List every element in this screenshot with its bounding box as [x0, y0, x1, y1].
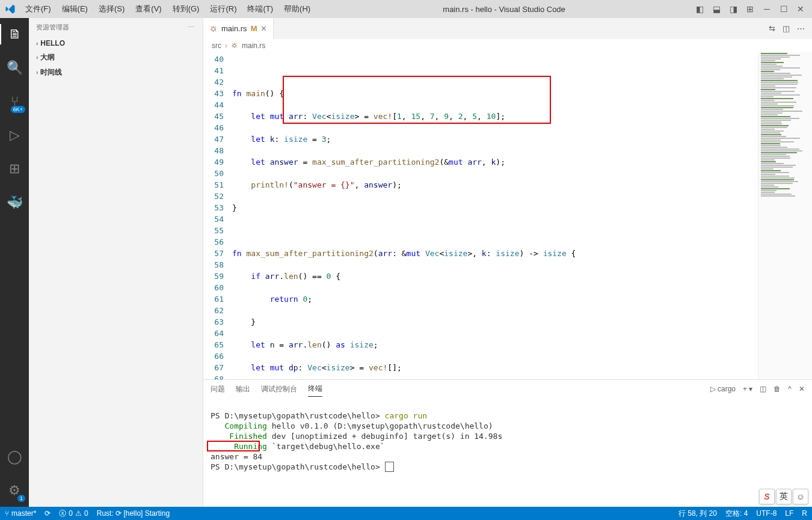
terminal-content[interactable]: PS D:\mysetup\gopath\rustcode\hello> car… [203, 398, 812, 507]
panel-tab-terminal[interactable]: 终端 [308, 381, 322, 397]
tab-modified: M [251, 24, 257, 33]
menubar: 文件(F) 编辑(E) 选择(S) 查看(V) 转到(G) 运行(R) 终端(T… [20, 1, 315, 17]
sidebar-section-outline[interactable]: ›大纲 [29, 50, 203, 65]
tab-label: main.rs [221, 24, 247, 33]
menu-run[interactable]: 运行(R) [205, 1, 241, 17]
chevron-right-icon: › [225, 41, 227, 50]
status-rust[interactable]: Rust: ⟳ [hello] Starting [97, 509, 170, 518]
bottom-panel: 问题 输出 调试控制台 终端 ▷ cargo + ▾ ◫ 🗑 ^ ✕ PS D:… [203, 379, 812, 507]
split-editor-icon[interactable]: ◫ [783, 24, 790, 33]
rust-file-icon: ⛭ [209, 24, 218, 34]
chevron-right-icon: › [36, 54, 38, 61]
panel-close-icon[interactable]: ✕ [799, 385, 805, 393]
window-minimize[interactable]: ─ [760, 4, 774, 14]
panel-maximize-icon[interactable]: ^ [788, 385, 792, 393]
sidebar-section-timeline[interactable]: ›时间线 [29, 65, 203, 80]
vscode-logo-icon [5, 4, 16, 14]
breadcrumb-file[interactable]: main.rs [242, 41, 265, 50]
editor-tabs: ⛭ main.rs M ✕ ⇆ ◫ ⋯ [203, 18, 812, 39]
panel-tab-problems[interactable]: 问题 [211, 382, 225, 397]
search-icon[interactable]: 🔍 [0, 58, 29, 78]
gear-icon[interactable]: ⚙1 [0, 480, 29, 501]
breadcrumb-src[interactable]: src [212, 41, 221, 50]
code-content[interactable]: fn main() { let mut arr: Vec<isize> = ve… [232, 52, 758, 379]
status-lang[interactable]: R [802, 509, 807, 518]
menu-terminal[interactable]: 终端(T) [242, 1, 278, 17]
terminal-kill-icon[interactable]: 🗑 [774, 385, 781, 393]
menu-help[interactable]: 帮助(H) [279, 1, 315, 17]
status-spaces[interactable]: 空格: 4 [725, 509, 748, 519]
window-maximize[interactable]: ☐ [777, 4, 790, 14]
account-icon[interactable]: ◯ [0, 447, 29, 467]
extensions-icon[interactable]: ⊞ [0, 159, 29, 179]
menu-select[interactable]: 选择(S) [94, 1, 129, 17]
line-gutter: 4041424344454647484950515253545556575859… [203, 52, 232, 379]
layout-right-icon[interactable]: ◨ [727, 4, 740, 14]
titlebar: 文件(F) 编辑(E) 选择(S) 查看(V) 转到(G) 运行(R) 终端(T… [0, 0, 812, 18]
panel-tab-output[interactable]: 输出 [236, 382, 250, 397]
chevron-right-icon: › [36, 69, 38, 76]
ime-indicator[interactable]: S 英 ☺ [759, 489, 808, 504]
layout-left-icon[interactable]: ◧ [693, 4, 706, 14]
source-control-icon[interactable]: ⑂6K+ [0, 91, 29, 112]
gear-badge: 1 [17, 495, 25, 502]
ime-emoji[interactable]: ☺ [793, 489, 808, 504]
explorer-icon[interactable]: 🗎 [0, 24, 29, 44]
menu-file[interactable]: 文件(F) [20, 1, 56, 17]
scm-badge: 6K+ [11, 106, 25, 113]
rust-file-icon: ⛭ [231, 41, 238, 50]
tab-main-rs[interactable]: ⛭ main.rs M ✕ [203, 18, 274, 39]
terminal-split-icon[interactable]: ◫ [760, 385, 766, 393]
sidebar: 资源管理器 ⋯ ›HELLO ›大纲 ›时间线 [29, 18, 203, 507]
editor-area: ⛭ main.rs M ✕ ⇆ ◫ ⋯ src › ⛭ main.rs 4041… [203, 18, 812, 507]
ime-sogou-icon[interactable]: S [759, 489, 775, 504]
window-close[interactable]: ✕ [794, 4, 807, 14]
minimap[interactable] [758, 52, 812, 379]
tab-close-icon[interactable]: ✕ [260, 24, 267, 33]
terminal-new-icon[interactable]: + ▾ [743, 385, 752, 393]
terminal-profile-dropdown[interactable]: ▷ cargo [710, 385, 736, 393]
sidebar-title: 资源管理器 [36, 23, 188, 32]
breadcrumb[interactable]: src › ⛭ main.rs [203, 39, 812, 52]
ime-lang[interactable]: 英 [776, 489, 792, 504]
layout-grid-icon[interactable]: ⊞ [743, 4, 757, 14]
docker-icon[interactable]: 🐳 [0, 192, 29, 213]
status-branch[interactable]: ⑂ master* [5, 509, 36, 518]
status-errors[interactable]: ⓧ 0 ⚠ 0 [59, 509, 88, 519]
statusbar: ⑂ master* ⟳ ⓧ 0 ⚠ 0 Rust: ⟳ [hello] Star… [0, 507, 812, 520]
status-sync[interactable]: ⟳ [45, 509, 51, 518]
compare-icon[interactable]: ⇆ [769, 24, 775, 33]
status-cursor-pos[interactable]: 行 58, 列 20 [678, 509, 717, 519]
panel-tab-debug[interactable]: 调试控制台 [261, 382, 297, 397]
status-encoding[interactable]: UTF-8 [756, 509, 777, 518]
sidebar-more-icon[interactable]: ⋯ [188, 23, 195, 31]
menu-edit[interactable]: 编辑(E) [57, 1, 93, 17]
status-eol[interactable]: LF [785, 509, 793, 518]
chevron-right-icon: › [36, 40, 38, 47]
sidebar-section-hello[interactable]: ›HELLO [29, 37, 203, 50]
menu-goto[interactable]: 转到(G) [168, 1, 205, 17]
menu-view[interactable]: 查看(V) [131, 1, 166, 17]
more-actions-icon[interactable]: ⋯ [797, 24, 805, 33]
run-debug-icon[interactable]: ▷ [0, 125, 29, 145]
window-title: main.rs - hello - Visual Studio Code [315, 5, 693, 14]
layout-bottom-icon[interactable]: ⬓ [710, 4, 723, 14]
activitybar: 🗎 🔍 ⑂6K+ ▷ ⊞ 🐳 ◯ ⚙1 [0, 18, 29, 507]
